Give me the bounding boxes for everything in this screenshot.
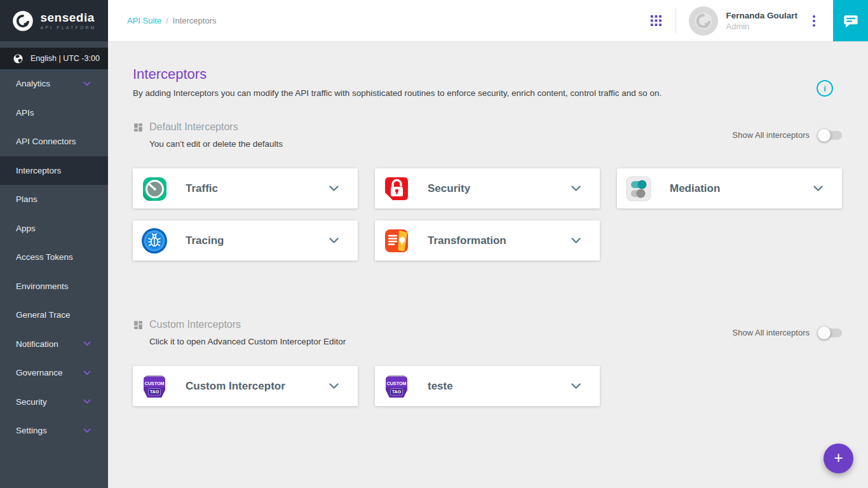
chat-icon — [841, 11, 860, 30]
card-label: teste — [428, 380, 453, 393]
sidebar-item-label: Interceptors — [16, 166, 61, 175]
sidebar-item-label: General Trace — [16, 310, 71, 320]
language-label: English | UTC -3:00 — [31, 54, 100, 63]
default-interceptors-section: Default Interceptors You can't edit or d… — [133, 121, 842, 261]
security-padlock-icon — [383, 175, 410, 203]
interceptor-card-mediation[interactable]: Mediation — [617, 168, 842, 208]
show-all-toggle[interactable] — [820, 329, 842, 337]
sidebar: sensedia API PLATFORM English | UTC -3:0… — [0, 0, 108, 488]
sidebar-item-label: APIs — [16, 108, 34, 118]
chevron-down-icon[interactable] — [327, 235, 341, 246]
sidebar-item-label: Apps — [16, 224, 36, 233]
chevron-down-icon[interactable] — [569, 381, 583, 391]
default-cards-grid: Traffic Security — [133, 168, 842, 261]
sidebar-item-environments[interactable]: Environments — [0, 272, 108, 301]
sidebar-item-access-tokens[interactable]: Access Tokens — [0, 243, 108, 272]
sidebar-item-label: Plans — [16, 194, 37, 204]
top-header: API Suite / Interceptors — [108, 0, 868, 41]
kebab-menu-icon — [813, 15, 815, 27]
section-title: Custom Interceptors — [149, 319, 241, 330]
sidebar-item-label: Environments — [16, 281, 69, 291]
chat-button[interactable] — [833, 0, 868, 41]
mediation-switches-icon — [625, 175, 653, 203]
apps-grid-icon — [651, 15, 661, 26]
sidebar-item-label: API Connectors — [16, 137, 76, 146]
card-label: Mediation — [670, 182, 720, 195]
sidebar-item-interceptors[interactable]: Interceptors — [0, 156, 108, 186]
breadcrumb-api-suite[interactable]: API Suite — [127, 16, 161, 25]
sensedia-swirl-icon — [691, 8, 716, 34]
chevron-down-icon[interactable] — [569, 183, 583, 194]
chevron-down-icon[interactable] — [327, 183, 341, 194]
brand-name: sensedia — [40, 11, 96, 24]
custom-tag-icon: CUSTOM TAG — [140, 372, 168, 400]
sidebar-item-governance[interactable]: Governance — [0, 358, 108, 388]
sidebar-item-notification[interactable]: Notification — [0, 330, 108, 359]
chevron-down-icon — [83, 370, 91, 376]
interceptor-card-transformation[interactable]: Transformation — [375, 220, 600, 261]
interceptor-card-teste[interactable]: CUSTOM TAG teste — [375, 366, 600, 406]
sidebar-item-apps[interactable]: Apps — [0, 214, 108, 243]
header-divider — [675, 8, 676, 34]
sidebar-item-label: Analytics — [16, 79, 50, 88]
globe-icon — [13, 53, 24, 64]
language-selector[interactable]: English | UTC -3:00 — [0, 48, 108, 69]
svg-text:CUSTOM: CUSTOM — [386, 380, 406, 386]
toggle-knob — [818, 129, 831, 142]
svg-text:TAG: TAG — [392, 389, 402, 395]
sensedia-logo-icon — [11, 10, 34, 32]
card-label: Tracing — [186, 234, 224, 247]
section-subtitle: You can't edit or delete the defaults — [149, 139, 842, 149]
card-label: Transformation — [428, 234, 506, 247]
sidebar-item-settings[interactable]: Settings — [0, 416, 108, 445]
page-description: By adding Interceptors you can modify th… — [133, 88, 806, 98]
interceptor-card-security[interactable]: Security — [375, 168, 600, 208]
chevron-down-icon[interactable] — [569, 235, 583, 246]
section-title: Default Interceptors — [149, 121, 238, 133]
sidebar-item-api-connectors[interactable]: API Connectors — [0, 127, 108, 156]
chevron-down-icon — [83, 341, 91, 346]
interceptor-card-custom-interceptor[interactable]: CUSTOM TAG Custom Interceptor — [133, 366, 358, 406]
sidebar-item-plans[interactable]: Plans — [0, 185, 108, 214]
svg-text:TAG: TAG — [150, 389, 159, 395]
sidebar-item-general-trace[interactable]: General Trace — [0, 301, 108, 330]
main-content: Interceptors By adding Interceptors you … — [108, 41, 868, 488]
sidebar-item-label: Governance — [16, 368, 63, 377]
dashboard-grid-icon — [133, 320, 144, 330]
custom-cards-grid: CUSTOM TAG Custom Interceptor — [133, 366, 842, 406]
show-all-label: Show All interceptors — [733, 328, 810, 337]
brand-tagline: API PLATFORM — [40, 25, 96, 30]
chevron-down-icon — [83, 81, 91, 86]
custom-tag-icon: CUSTOM TAG — [383, 372, 410, 400]
show-all-toggle[interactable] — [820, 131, 842, 140]
breadcrumb-separator: / — [166, 16, 168, 25]
user-name: Fernanda Goulart — [726, 11, 797, 20]
dashboard-grid-icon — [133, 122, 144, 133]
add-interceptor-fab[interactable]: + — [824, 444, 853, 473]
info-icon[interactable]: i — [817, 80, 833, 97]
sidebar-item-label: Settings — [16, 426, 47, 435]
tracing-bug-icon — [140, 227, 168, 255]
card-label: Traffic — [186, 182, 218, 195]
card-label: Custom Interceptor — [186, 380, 285, 393]
sidebar-item-label: Access Tokens — [16, 252, 73, 262]
card-label: Security — [428, 182, 470, 195]
interceptor-card-traffic[interactable]: Traffic — [133, 168, 358, 208]
breadcrumb: API Suite / Interceptors — [127, 16, 646, 25]
sidebar-item-security[interactable]: Security — [0, 388, 108, 417]
avatar[interactable] — [689, 6, 718, 36]
toggle-knob — [818, 327, 831, 339]
sidebar-nav: Analytics APIs API Connectors Intercepto… — [0, 69, 108, 445]
interceptor-card-tracing[interactable]: Tracing — [133, 220, 358, 261]
section-subtitle: Click it to open Advanced Custom Interce… — [149, 337, 842, 346]
chevron-down-icon[interactable] — [327, 381, 341, 391]
sidebar-item-analytics[interactable]: Analytics — [0, 69, 108, 98]
breadcrumb-current: Interceptors — [173, 16, 217, 25]
brand-logo[interactable]: sensedia API PLATFORM — [0, 0, 108, 41]
chevron-down-icon[interactable] — [811, 183, 825, 194]
sidebar-item-label: Security — [16, 397, 47, 407]
apps-grid-button[interactable] — [646, 10, 667, 31]
sidebar-item-apis[interactable]: APIs — [0, 98, 108, 128]
chevron-down-icon — [83, 399, 91, 404]
kebab-menu-button[interactable] — [809, 11, 819, 30]
